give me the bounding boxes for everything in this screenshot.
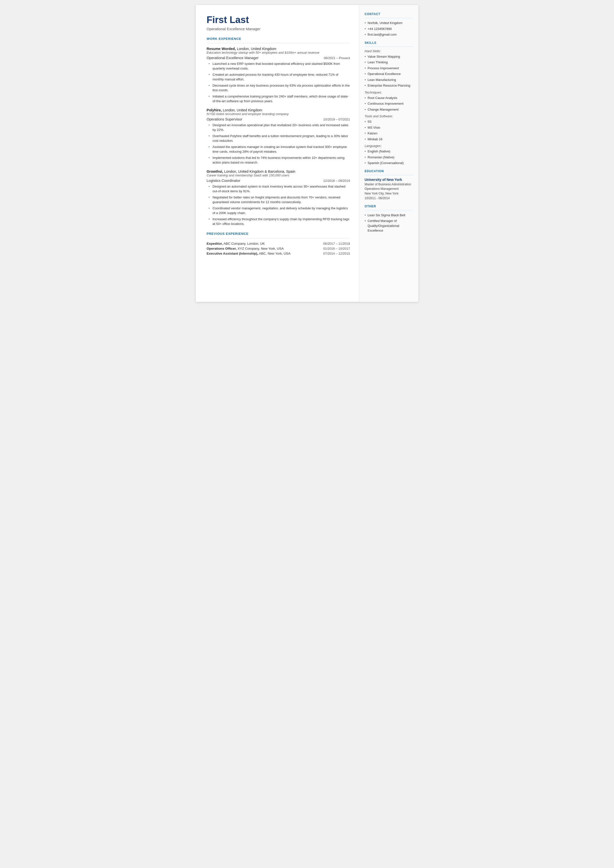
prev-exp-row-2: Executive Assistant (Internship), ABC, N… [207, 252, 350, 255]
edu-field: Operations Management [365, 186, 413, 191]
tool-2: Kaizen [365, 131, 413, 136]
language-1: Romanian (Native) [365, 155, 413, 160]
bullet-1-2: Assisted the operations manager in creat… [209, 144, 350, 154]
language-2: Spanish (Conversational) [365, 161, 413, 166]
company-name-2: Growthsi, London, United Kingdom & Barce… [207, 169, 350, 174]
tool-1: MS Visio [365, 125, 413, 130]
bullet-list-1: Designed an innovative operational plan … [207, 123, 350, 165]
other-item-0: Lean Six Sigma Black Belt [365, 213, 413, 218]
contact-item-0: Norfolk, United Kingdom [365, 20, 413, 25]
tool-3: Minitab 16 [365, 137, 413, 142]
prev-exp-row-1: Operations Officer, XYZ Company, New Yor… [207, 247, 350, 250]
edu-school: University of New York [365, 178, 413, 182]
bullet-2-2: Coordinated vendor management, negotiati… [209, 206, 350, 216]
technique-0: Root Cause Analysis [365, 96, 413, 101]
hard-skills-label: Hard Skills: [365, 49, 413, 53]
company-name-0: Resume Worded, London, United Kingdom [207, 47, 350, 51]
role-dates-2: 12/2018 – 09/2019 [323, 179, 350, 183]
job-block-2: Growthsi, London, United Kingdom & Barce… [207, 169, 350, 227]
techniques-label: Techniques: [365, 90, 413, 94]
hard-skill-2: Process Improvement [365, 66, 413, 71]
skills-divider [365, 47, 413, 47]
hard-skill-1: Lean Thinking [365, 60, 413, 65]
bullet-2-0: Designed an automated system to track in… [209, 184, 350, 194]
prev-exp-dates-0: 06/2017 – 11/2018 [323, 242, 350, 245]
languages-label: Languages: [365, 144, 413, 148]
job-block-0: Resume Worded, London, United Kingdom Ed… [207, 47, 350, 104]
edu-dates: 10/2011 - 06/2014 [365, 196, 413, 201]
contact-item-1: +44 1234567890 [365, 26, 413, 31]
main-column: First Last Operational Excellence Manage… [196, 5, 359, 302]
contact-label: CONTACT [365, 12, 413, 16]
role-title-1: Operations Supervisor [207, 117, 242, 121]
education-label: EDUCATION [365, 169, 413, 173]
prev-exp-left-1: Operations Officer, XYZ Company, New Yor… [207, 247, 284, 250]
role-title-0: Operational Excellence Manager [207, 56, 259, 60]
role-row-2: Logistics Coordinator 12/2018 – 09/2019 [207, 179, 350, 183]
skills-label: SKILLS [365, 41, 413, 45]
bullet-0-0: Launched a new ERP system that boosted o… [209, 61, 350, 71]
bullet-2-1: Negotiated for better rates on freight s… [209, 195, 350, 205]
prev-exp-row-0: Expeditor, ABC Company, London, UK 06/20… [207, 242, 350, 245]
previous-experience-label: PREVIOUS EXPERIENCE [207, 232, 350, 236]
bullet-2-3: Increased efficiency throughout the comp… [209, 217, 350, 227]
technique-1: Continuous Improvement [365, 101, 413, 106]
job-title-heading: Operational Excellence Manager [207, 27, 350, 31]
company-name-1: Polyhire, London, United Kingdom [207, 108, 350, 112]
sidebar: CONTACT Norfolk, United Kingdom +44 1234… [359, 5, 419, 302]
name-heading: First Last [207, 15, 350, 25]
job-block-1: Polyhire, London, United Kingdom NYSE-li… [207, 108, 350, 165]
language-0: English (Native) [365, 149, 413, 154]
edu-location: New York City, New York [365, 191, 413, 196]
previous-experience-section: PREVIOUS EXPERIENCE Expeditor, ABC Compa… [207, 232, 350, 255]
company-desc-1: NYSE-listed recruitment and employer bra… [207, 112, 350, 116]
prev-exp-dates-2: 07/2014 – 12/2015 [323, 252, 350, 255]
contact-item-2: first.last@gmail.com [365, 32, 413, 37]
tools-label: Tools and Software: [365, 114, 413, 118]
edu-degree: Master of Business Administration [365, 182, 413, 187]
previous-experience-divider [207, 238, 350, 238]
work-experience-label: WORK EXPERIENCE [207, 37, 350, 40]
bullet-0-3: Initiated a comprehensive training progr… [209, 94, 350, 104]
education-block: University of New York Master of Busines… [365, 178, 413, 201]
bullet-list-0: Launched a new ERP system that boosted o… [207, 61, 350, 104]
tool-0: 5S [365, 119, 413, 124]
hard-skill-5: Enterprise Resource Planning [365, 83, 413, 88]
company-desc-0: Education technology startup with 50+ em… [207, 51, 350, 54]
prev-exp-dates-1: 01/2016 – 10/2017 [323, 247, 350, 250]
bullet-1-0: Designed an innovative operational plan … [209, 123, 350, 132]
prev-exp-left-2: Executive Assistant (Internship), ABC, N… [207, 252, 291, 255]
other-divider [365, 210, 413, 210]
role-title-2: Logistics Coordinator [207, 179, 240, 183]
role-dates-0: 08/2021 – Present [324, 56, 350, 60]
bullet-0-2: Decreased cycle times on key business pr… [209, 83, 350, 93]
hard-skill-3: Operational Excellence [365, 71, 413, 76]
role-dates-1: 10/2019 – 07/2021 [323, 118, 350, 121]
other-item-1: Certified Manager of Quality/Organizatio… [365, 219, 413, 233]
hard-skill-4: Lean Manufacturing [365, 78, 413, 82]
bullet-list-2: Designed an automated system to track in… [207, 184, 350, 227]
role-row-1: Operations Supervisor 10/2019 – 07/2021 [207, 117, 350, 121]
technique-2: Change Management [365, 107, 413, 112]
bullet-0-1: Created an automated process for trackin… [209, 72, 350, 82]
other-label: OTHER [365, 205, 413, 208]
resume-container: First Last Operational Excellence Manage… [196, 5, 419, 302]
prev-exp-left-0: Expeditor, ABC Company, London, UK [207, 242, 265, 245]
bullet-1-3: Implemented solutions that led to 74% bu… [209, 155, 350, 165]
hard-skill-0: Value Stream Mapping [365, 54, 413, 59]
company-desc-2: Career training and membership SaaS with… [207, 174, 350, 177]
bullet-1-1: Overhauled Polyhire staff benefits and a… [209, 134, 350, 143]
role-row-0: Operational Excellence Manager 08/2021 –… [207, 56, 350, 60]
work-experience-section: WORK EXPERIENCE Resume Worded, London, U… [207, 37, 350, 227]
contact-divider [365, 18, 413, 18]
